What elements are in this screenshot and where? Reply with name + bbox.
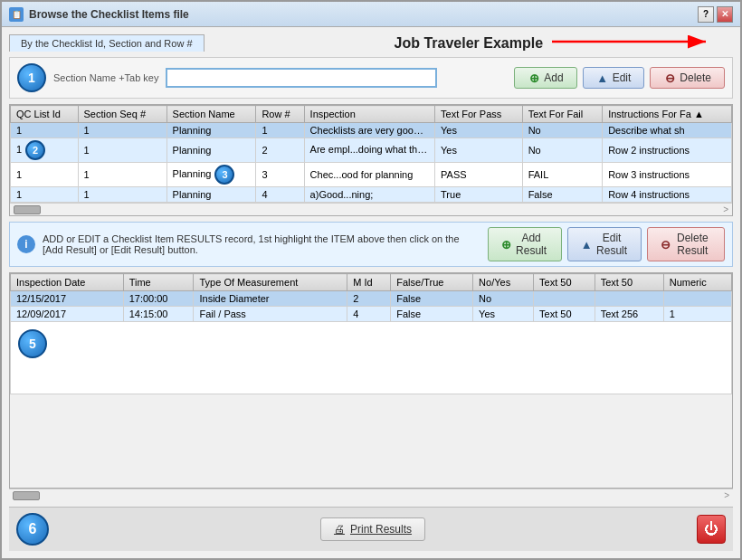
header-area: Job Traveler Example xyxy=(205,35,733,52)
table-row[interactable]: False xyxy=(391,307,473,322)
table-row[interactable]: 12/15/2017 xyxy=(11,291,124,307)
table-row[interactable] xyxy=(663,291,731,307)
results-scroll-thumb[interactable] xyxy=(13,491,40,500)
table-row[interactable]: 1 xyxy=(663,307,731,322)
edit-label: Edit xyxy=(613,71,632,84)
table-row[interactable]: Are empl...doing what they4 xyxy=(304,138,434,163)
table-row[interactable]: 1 xyxy=(256,123,304,138)
red-arrow xyxy=(543,28,724,55)
table-row[interactable]: 14:15:00 xyxy=(123,307,194,322)
table-row[interactable]: Yes xyxy=(435,138,523,163)
edit-result-button[interactable]: ▲ Edit Result xyxy=(567,227,642,261)
table-row[interactable]: Planning xyxy=(166,123,256,138)
table-row[interactable]: Text 50 xyxy=(534,307,595,322)
table-row[interactable]: 1 xyxy=(11,163,79,187)
table-row[interactable]: 4 xyxy=(256,187,304,203)
edit-icon: ▲ xyxy=(596,71,609,84)
table-row[interactable]: Planning3 xyxy=(166,163,256,187)
edit-button[interactable]: ▲ Edit xyxy=(583,67,645,89)
section-search-row: 1 Section Name +Tab key ⊕ Add ▲ Edit ⊖ D… xyxy=(9,57,733,99)
add-result-button[interactable]: ⊕ Add Result xyxy=(488,227,562,261)
bottom-section: Inspection Date Time Type Of Measurement… xyxy=(9,272,733,501)
table-row[interactable]: FAIL xyxy=(522,163,602,187)
add-button[interactable]: ⊕ Add xyxy=(514,67,576,89)
window-icon: 📋 xyxy=(9,7,24,22)
bottom-bar: 6 🖨 Print Results ⏻ xyxy=(9,507,733,551)
col-false-true: False/True xyxy=(391,274,473,291)
scroll-right-arrow[interactable]: > xyxy=(723,204,728,214)
col-textpass: Text For Pass xyxy=(435,106,523,123)
table-row[interactable]: 1 xyxy=(78,138,166,163)
table-row[interactable]: 1 xyxy=(78,123,166,138)
help-button[interactable]: ? xyxy=(698,6,714,23)
table-row[interactable]: Describe what sh xyxy=(603,123,732,138)
table-row[interactable]: Yes xyxy=(473,307,534,322)
table-row[interactable]: 17:00:00 xyxy=(123,291,194,307)
table-row[interactable]: 1 xyxy=(11,187,79,203)
main-window: 📋 Browse the Checklist Items file ? ✕ By… xyxy=(0,0,742,560)
table-row[interactable]: 1 xyxy=(78,163,166,187)
table-row[interactable] xyxy=(534,291,595,307)
close-button[interactable]: ✕ xyxy=(717,6,733,23)
info-message: ADD or EDIT a Checklist Item RESULTS rec… xyxy=(43,233,480,255)
badge-1: 1 xyxy=(17,63,46,92)
table-row[interactable]: Yes xyxy=(435,123,523,138)
section-name-input[interactable] xyxy=(166,68,437,88)
table-row[interactable]: 3 xyxy=(256,163,304,187)
checklist-items-grid: QC List Id Section Seq # Section Name Ro… xyxy=(10,105,732,203)
col-sectionseq: Section Seq # xyxy=(78,106,166,123)
table-row[interactable]: False xyxy=(391,291,473,307)
col-text50-1: Text 50 xyxy=(534,274,595,291)
table-row[interactable]: Text 256 xyxy=(595,307,663,322)
table-row[interactable]: 4 xyxy=(347,307,391,322)
table-row[interactable]: No xyxy=(522,138,602,163)
table-row[interactable]: Chec...ood for planning xyxy=(304,163,434,187)
table-row[interactable]: Fail / Pass xyxy=(194,307,347,322)
print-results-button[interactable]: 🖨 Print Results xyxy=(320,517,425,541)
window-title: Browse the Checklist Items file xyxy=(29,8,189,21)
tab-by-checklist[interactable]: By the Checklist Id, Section and Row # xyxy=(9,34,205,52)
job-traveler-title: Job Traveler Example xyxy=(395,35,544,51)
table-row[interactable]: 1 xyxy=(11,123,79,138)
table-row[interactable]: Row 2 instructions xyxy=(603,138,732,163)
table-row[interactable]: False xyxy=(522,187,602,203)
results-grid-container[interactable]: Inspection Date Time Type Of Measurement… xyxy=(9,272,733,489)
delete-result-button[interactable]: ⊖ Delete Result xyxy=(647,227,725,261)
table-row[interactable]: 12/09/2017 xyxy=(11,307,124,322)
table-row[interactable]: 2 xyxy=(256,138,304,163)
title-bar: 📋 Browse the Checklist Items file ? ✕ xyxy=(2,2,740,27)
table-row[interactable]: No xyxy=(522,123,602,138)
table-row[interactable]: a)Good...ning; xyxy=(304,187,434,203)
info-bar: i ADD or EDIT a Checklist Item RESULTS r… xyxy=(9,222,733,267)
col-sectionname: Section Name xyxy=(166,106,256,123)
table-row[interactable]: 2 xyxy=(347,291,391,307)
table-row[interactable]: 12 xyxy=(11,138,79,163)
results-scroll-right[interactable]: > xyxy=(724,490,729,500)
title-bar-left: 📋 Browse the Checklist Items file xyxy=(9,7,189,22)
col-time: Time xyxy=(123,274,194,291)
top-grid-scroll-bar[interactable]: > xyxy=(10,203,732,215)
table-row[interactable]: True xyxy=(435,187,523,203)
table-row[interactable]: 1 xyxy=(78,187,166,203)
scroll-thumb[interactable] xyxy=(14,205,41,214)
col-m-id: M Id xyxy=(347,274,391,291)
table-row[interactable]: Row 3 instructions xyxy=(603,163,732,187)
col-row: Row # xyxy=(256,106,304,123)
tab-row: By the Checklist Id, Section and Row # J… xyxy=(9,34,733,52)
table-row[interactable] xyxy=(595,291,663,307)
table-row[interactable]: Row 4 instructions xyxy=(603,187,732,203)
table-row[interactable]: Planning xyxy=(166,187,256,203)
table-row[interactable]: PASS xyxy=(435,163,523,187)
results-scroll-bar[interactable]: > xyxy=(9,489,733,501)
table-row[interactable]: Inside Diameter xyxy=(194,291,347,307)
info-icon: i xyxy=(17,235,35,253)
power-button[interactable]: ⏻ xyxy=(697,515,726,544)
action-buttons: ⊕ Add ▲ Edit ⊖ Delete xyxy=(514,67,725,89)
delete-button[interactable]: ⊖ Delete xyxy=(650,67,725,89)
top-grid-scroll[interactable]: QC List Id Section Seq # Section Name Ro… xyxy=(10,105,732,203)
table-row[interactable]: No xyxy=(473,291,534,307)
table-row[interactable]: Checklists are very good for set xyxy=(304,123,434,138)
table-row[interactable]: Planning xyxy=(166,138,256,163)
delete-icon: ⊖ xyxy=(663,71,676,84)
col-inspection-date: Inspection Date xyxy=(11,274,124,291)
